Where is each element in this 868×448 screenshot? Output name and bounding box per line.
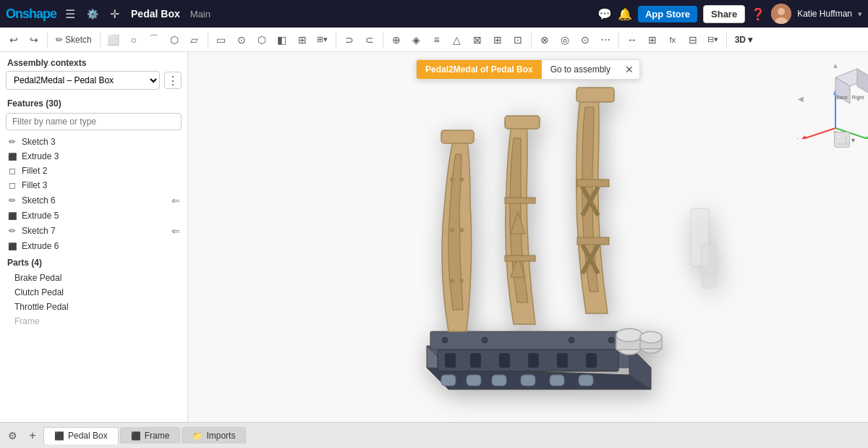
tool-8[interactable]: ⬡ — [252, 30, 271, 49]
tool-12[interactable]: ⊃ — [340, 30, 359, 49]
tool-29[interactable]: ⊟▾ — [704, 30, 723, 49]
tab-label: Imports — [206, 431, 235, 441]
display-settings-btn[interactable]: ⬜ — [834, 132, 850, 148]
context-menu-button[interactable]: ⋮ — [164, 72, 182, 89]
tool-22[interactable]: ◎ — [556, 30, 574, 49]
feature-name: Fillet 3 — [22, 180, 180, 190]
feature-sketch7[interactable]: ✏ Sketch 7 ⇐ — [0, 223, 187, 239]
tool-14[interactable]: ⊕ — [387, 30, 406, 49]
tool-24[interactable]: ⋯ — [596, 30, 615, 49]
share-button[interactable]: Share — [703, 5, 745, 23]
mounting-brackets — [691, 208, 716, 288]
tool-15[interactable]: ◈ — [407, 30, 426, 49]
notification-icon[interactable]: 🔔 — [618, 7, 632, 21]
part-throttle-pedal[interactable]: Throttle Pedal — [0, 300, 187, 314]
svg-rect-30 — [505, 255, 535, 261]
part-brake-pedal[interactable]: Brake Pedal — [0, 271, 187, 285]
feature-sketch6[interactable]: ✏ Sketch 6 ⇐ — [0, 193, 187, 208]
feature-sketch3[interactable]: ✏ Sketch 3 — [0, 135, 187, 149]
toolbar: ↩ ↪ ✏ Sketch ⬜ ○ ⌒ ⬡ ▱ ▭ ⊙ ⬡ ◧ ⊞ ⊞▾ ⊃ ⊂ … — [0, 28, 868, 52]
options-icon[interactable]: ⚙️ — [84, 7, 101, 21]
tool-27[interactable]: fx — [663, 30, 682, 49]
tab-icon: 📁 — [192, 431, 203, 441]
tool-2[interactable]: ○ — [124, 30, 143, 49]
svg-text:▲: ▲ — [832, 62, 839, 69]
tool-7[interactable]: ⊙ — [232, 30, 251, 49]
part-clutch-pedal[interactable]: Clutch Pedal — [0, 285, 187, 300]
tool-20[interactable]: ⊡ — [509, 30, 527, 49]
viewport[interactable]: Pedal2Medal of Pedal Box Go to assembly … — [188, 52, 868, 422]
app-store-button[interactable]: App Store — [638, 6, 697, 22]
tool-6[interactable]: ▭ — [212, 30, 231, 49]
tool-21[interactable]: ⊗ — [535, 30, 554, 49]
svg-rect-51 — [579, 375, 593, 386]
tool-11[interactable]: ⊞▾ — [313, 30, 332, 49]
svg-point-40 — [616, 329, 642, 342]
user-menu-chevron[interactable]: ▾ — [858, 9, 862, 19]
tool-26[interactable]: ⊞ — [643, 30, 662, 49]
tab-imports[interactable]: 📁 Imports — [182, 427, 246, 444]
feature-fillet3[interactable]: ◻ Fillet 3 — [0, 178, 187, 193]
svg-rect-13 — [445, 353, 456, 368]
tool-19[interactable]: ⊞ — [488, 30, 507, 49]
svg-rect-37 — [577, 237, 609, 245]
feature-name: Fillet 2 — [22, 166, 180, 176]
svg-rect-19 — [441, 130, 474, 143]
tab-pedal-box[interactable]: ⬛ Pedal Box — [43, 427, 119, 444]
feature-extrude6[interactable]: ⬛ Extrude 6 — [0, 239, 187, 253]
add-tab-button[interactable]: + — [23, 426, 42, 445]
tool-4[interactable]: ⬡ — [165, 30, 184, 49]
filter-input[interactable] — [6, 113, 182, 130]
svg-text:Back: Back — [836, 95, 848, 100]
hamburger-icon[interactable]: ☰ — [62, 6, 78, 22]
tool-18[interactable]: ⊠ — [468, 30, 487, 49]
add-feature-icon[interactable]: ✛ — [107, 6, 122, 22]
3d-chevron: ▾ — [748, 35, 752, 45]
part-frame[interactable]: Frame — [0, 314, 187, 329]
tool-25[interactable]: ↔ — [623, 30, 642, 49]
sidebar: Assembly contexts Pedal2Medal – Pedal Bo… — [0, 52, 188, 422]
svg-rect-48 — [492, 375, 506, 386]
tool-5[interactable]: ▱ — [185, 30, 204, 49]
tool-10[interactable]: ⊞ — [293, 30, 312, 49]
display-settings[interactable]: ⬜ ▾ — [834, 132, 855, 148]
chat-icon[interactable]: 💬 — [597, 7, 612, 21]
tool-28[interactable]: ⊟ — [684, 30, 702, 49]
display-settings-chevron[interactable]: ▾ — [851, 136, 855, 144]
undo-button[interactable]: ↩ — [4, 30, 23, 49]
left-pedal-arm — [441, 130, 474, 331]
go-to-assembly-button[interactable]: Go to assembly — [542, 60, 619, 79]
banner-close-button[interactable]: ✕ — [619, 61, 639, 78]
context-selector[interactable]: Pedal2Medal – Pedal Box — [6, 71, 160, 90]
tool-9[interactable]: ◧ — [273, 30, 292, 49]
feature-fillet2[interactable]: ◻ Fillet 2 — [0, 164, 187, 178]
feature-extrude3[interactable]: ⬛ Extrude 3 — [0, 149, 187, 164]
tab-frame[interactable]: ⬛ Frame — [120, 427, 181, 444]
tool-3[interactable]: ⌒ — [145, 30, 163, 49]
tool-13[interactable]: ⊂ — [360, 30, 379, 49]
3d-view-button[interactable]: 3D ▾ — [731, 33, 757, 47]
divider-5 — [383, 32, 383, 48]
help-icon[interactable]: ❓ — [751, 7, 765, 21]
tool-17[interactable]: △ — [448, 30, 467, 49]
svg-rect-35 — [576, 88, 614, 102]
sketch-tool[interactable]: ✏ Sketch — [51, 33, 96, 47]
tool-1[interactable]: ⬜ — [104, 30, 123, 49]
sketch-icon: ✏ — [56, 35, 63, 45]
part-name: Throttle Pedal — [14, 302, 180, 312]
svg-text:X: X — [796, 138, 799, 139]
feature-extrude5[interactable]: ⬛ Extrude 5 — [0, 208, 187, 223]
tab-settings-button[interactable]: ⚙ — [3, 426, 22, 445]
onshape-logo[interactable]: Onshape — [6, 7, 56, 22]
tool-16[interactable]: ≡ — [427, 30, 446, 49]
view-cube[interactable]: Z X Y — [796, 59, 861, 124]
svg-point-23 — [459, 228, 464, 232]
parts-label: Parts (4) — [0, 253, 187, 271]
redo-button[interactable]: ↪ — [25, 30, 43, 49]
tool-23[interactable]: ⊙ — [576, 30, 595, 49]
avatar[interactable] — [771, 4, 791, 24]
3d-model-area — [188, 52, 868, 422]
sketch-sym: ⇐ — [171, 225, 180, 237]
sketch-sym: ⇐ — [171, 195, 180, 206]
sketch-icon: ✏ — [7, 137, 17, 147]
